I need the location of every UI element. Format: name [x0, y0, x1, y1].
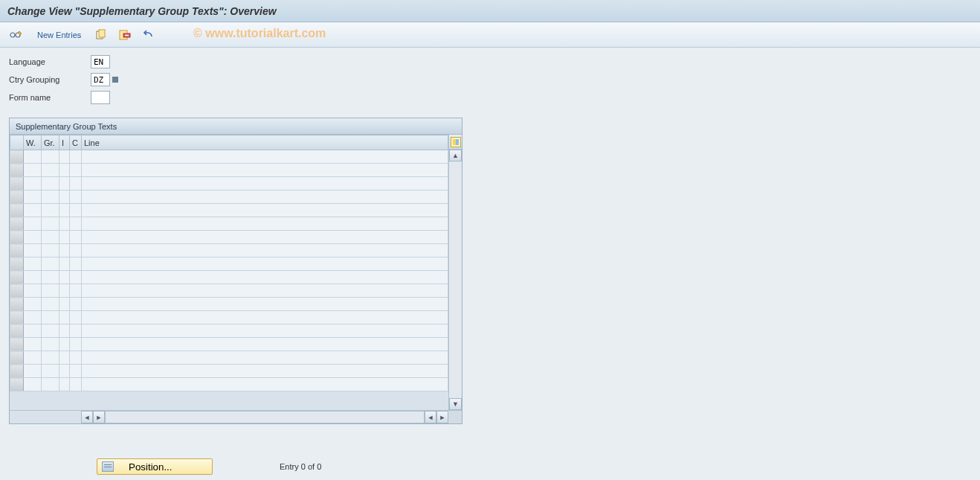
cell-i[interactable]	[59, 338, 70, 351]
cell-w[interactable]	[24, 191, 42, 204]
cell-gr[interactable]	[42, 231, 59, 244]
cell-i[interactable]	[59, 204, 70, 217]
cell-w[interactable]	[24, 365, 42, 378]
row-selector[interactable]	[10, 191, 24, 204]
table-row[interactable]	[10, 204, 448, 217]
cell-c[interactable]	[70, 150, 82, 164]
undo-change-button[interactable]	[139, 27, 158, 43]
cell-gr[interactable]	[42, 298, 59, 311]
table-row[interactable]	[10, 298, 448, 311]
cell-gr[interactable]	[42, 244, 59, 257]
cell-gr[interactable]	[42, 351, 59, 365]
cell-c[interactable]	[70, 324, 82, 338]
col-header-line[interactable]: Line	[82, 135, 448, 150]
row-selector[interactable]	[10, 338, 24, 351]
cell-line[interactable]	[82, 284, 448, 298]
cell-c[interactable]	[70, 164, 82, 177]
position-button[interactable]: Position...	[97, 458, 213, 475]
row-selector[interactable]	[10, 351, 24, 365]
cell-line[interactable]	[82, 244, 448, 257]
cell-c[interactable]	[70, 351, 82, 365]
cell-i[interactable]	[59, 298, 70, 311]
cell-w[interactable]	[24, 311, 42, 324]
table-row[interactable]	[10, 271, 448, 284]
cell-gr[interactable]	[42, 150, 59, 164]
scroll-left-inner-icon[interactable]: ◄	[425, 411, 436, 423]
cell-w[interactable]	[24, 324, 42, 338]
scroll-right-icon[interactable]: ►	[436, 411, 448, 423]
cell-c[interactable]	[70, 204, 82, 217]
row-selector[interactable]	[10, 324, 24, 338]
cell-c[interactable]	[70, 257, 82, 271]
change-toggle-button[interactable]	[6, 27, 27, 43]
cell-w[interactable]	[24, 177, 42, 191]
table-row[interactable]	[10, 164, 448, 177]
cell-i[interactable]	[59, 244, 70, 257]
hscroll-track[interactable]	[105, 411, 425, 423]
row-selector[interactable]	[10, 177, 24, 191]
table-row[interactable]	[10, 365, 448, 378]
table-row[interactable]	[10, 338, 448, 351]
form-name-field[interactable]	[91, 91, 110, 104]
cell-i[interactable]	[59, 324, 70, 338]
cell-gr[interactable]	[42, 271, 59, 284]
cell-line[interactable]	[82, 298, 448, 311]
cell-i[interactable]	[59, 351, 70, 365]
cell-c[interactable]	[70, 378, 82, 391]
cell-gr[interactable]	[42, 324, 59, 338]
cell-w[interactable]	[24, 351, 42, 365]
scroll-track[interactable]	[449, 161, 462, 398]
table-row[interactable]	[10, 244, 448, 257]
cell-i[interactable]	[59, 177, 70, 191]
row-selector[interactable]	[10, 217, 24, 231]
row-selector[interactable]	[10, 257, 24, 271]
row-selector[interactable]	[10, 365, 24, 378]
language-field[interactable]	[91, 55, 110, 68]
cell-c[interactable]	[70, 311, 82, 324]
cell-gr[interactable]	[42, 191, 59, 204]
cell-gr[interactable]	[42, 378, 59, 391]
cell-w[interactable]	[24, 150, 42, 164]
cell-w[interactable]	[24, 244, 42, 257]
table-row[interactable]	[10, 191, 448, 204]
table-row[interactable]	[10, 324, 448, 338]
cell-i[interactable]	[59, 257, 70, 271]
cell-w[interactable]	[24, 217, 42, 231]
table-row[interactable]	[10, 150, 448, 164]
cell-line[interactable]	[82, 150, 448, 164]
cell-i[interactable]	[59, 150, 70, 164]
scroll-right-inner-icon[interactable]: ►	[93, 411, 105, 423]
table-row[interactable]	[10, 231, 448, 244]
cell-i[interactable]	[59, 365, 70, 378]
cell-gr[interactable]	[42, 217, 59, 231]
table-row[interactable]	[10, 284, 448, 298]
row-selector[interactable]	[10, 204, 24, 217]
cell-c[interactable]	[70, 338, 82, 351]
cell-w[interactable]	[24, 204, 42, 217]
row-selector[interactable]	[10, 271, 24, 284]
cell-i[interactable]	[59, 284, 70, 298]
col-header-w[interactable]: W.	[24, 135, 42, 150]
cell-c[interactable]	[70, 244, 82, 257]
cell-gr[interactable]	[42, 338, 59, 351]
cell-gr[interactable]	[42, 311, 59, 324]
cell-w[interactable]	[24, 338, 42, 351]
cell-gr[interactable]	[42, 365, 59, 378]
cell-i[interactable]	[59, 231, 70, 244]
row-selector[interactable]	[10, 231, 24, 244]
cell-c[interactable]	[70, 191, 82, 204]
cell-i[interactable]	[59, 378, 70, 391]
cell-gr[interactable]	[42, 177, 59, 191]
row-selector[interactable]	[10, 298, 24, 311]
table-settings-icon[interactable]	[451, 137, 461, 147]
ctry-grouping-field[interactable]	[91, 73, 110, 86]
cell-c[interactable]	[70, 177, 82, 191]
cell-line[interactable]	[82, 231, 448, 244]
cell-line[interactable]	[82, 191, 448, 204]
cell-line[interactable]	[82, 365, 448, 378]
delete-button[interactable]	[115, 27, 135, 43]
row-selector[interactable]	[10, 284, 24, 298]
row-selector[interactable]	[10, 164, 24, 177]
cell-c[interactable]	[70, 217, 82, 231]
col-header-i[interactable]: I	[59, 135, 70, 150]
